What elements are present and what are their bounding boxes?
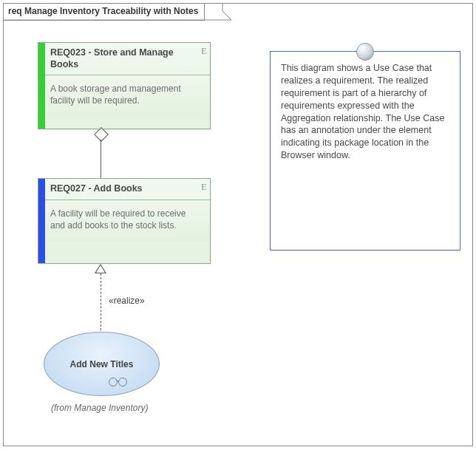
- requirement-stripe: [38, 179, 45, 263]
- realize-stereotype-label: «realize»: [109, 296, 145, 306]
- note-pin-icon: [356, 43, 374, 61]
- element-marker-icon: E: [201, 181, 207, 193]
- requirement-req023[interactable]: E REQ023 - Store and Manage Books A book…: [38, 42, 211, 129]
- requirement-title: REQ027 - Add Books: [38, 179, 210, 200]
- realization-arrowhead-icon: [95, 264, 106, 273]
- diagram-title-text: req Manage Inventory Traceability with N…: [8, 6, 198, 16]
- realization-connector[interactable]: [101, 273, 101, 334]
- requirement-stripe: [38, 43, 45, 129]
- requirement-req027[interactable]: E REQ027 - Add Books A facility will be …: [38, 178, 211, 264]
- note-text: This diagram shows a Use Case that reali…: [281, 63, 444, 160]
- element-marker-icon: E: [201, 45, 207, 57]
- usecase-package-label: (from Manage Inventory): [51, 403, 148, 413]
- aggregation-diamond-icon: [94, 127, 109, 142]
- requirement-title: REQ023 - Store and Manage Books: [38, 43, 210, 75]
- requirement-body: A book storage and management facility w…: [38, 75, 210, 117]
- diagram-frame: req Manage Inventory Traceability with N…: [3, 3, 473, 446]
- requirement-body: A facility will be required to receive a…: [38, 200, 210, 242]
- usecase-add-new-titles[interactable]: Add New Titles: [44, 332, 160, 396]
- diagram-title-tab: req Manage Inventory Traceability with N…: [3, 3, 205, 21]
- usecase-name: Add New Titles: [70, 359, 134, 369]
- usecase-link-icon: [109, 378, 128, 385]
- diagram-note[interactable]: This diagram shows a Use Case that reali…: [270, 51, 460, 250]
- aggregation-connector[interactable]: [101, 140, 101, 178]
